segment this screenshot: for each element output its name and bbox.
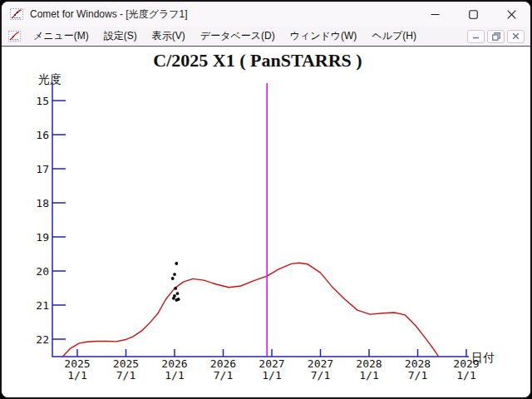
maximize-icon (469, 10, 478, 19)
x-tick-label: 20257/1 (113, 357, 139, 382)
mdi-restore-icon (492, 32, 500, 41)
y-axis-label: 光度 (38, 72, 62, 86)
mdi-close-button[interactable] (507, 30, 525, 43)
comet-lightcurve-icon[interactable] (10, 7, 23, 21)
y-tick-label: 21 (36, 299, 49, 312)
x-tick-label: 20267/1 (210, 357, 236, 382)
menu-item-window[interactable]: ウィンドウ(W) (283, 27, 365, 46)
observation-point (173, 273, 176, 276)
graph-client-area: C/2025 X1 ( PanSTARRS )光度日付1516171819202… (2, 47, 530, 397)
x-tick-label: 20261/1 (161, 357, 187, 382)
y-tick-label: 17 (36, 163, 49, 175)
maximize-button[interactable] (454, 2, 492, 27)
comet-lightcurve-icon[interactable] (8, 30, 21, 42)
x-tick-label: 20277/1 (308, 357, 333, 382)
menu-item-menu[interactable]: メニュー(M) (26, 27, 96, 46)
title-bar: Comet for Windows - [光度グラフ1] (2, 2, 530, 27)
mdi-restore-button[interactable] (487, 30, 505, 43)
close-button[interactable] (492, 2, 530, 27)
mdi-minimize-button[interactable] (467, 30, 485, 43)
y-tick-label: 19 (36, 231, 49, 244)
menu-item-help[interactable]: ヘルプ(H) (364, 27, 424, 46)
observation-point (171, 277, 175, 280)
observation-point (176, 292, 180, 295)
observation-point (177, 298, 180, 301)
chart-title: C/2025 X1 ( PanSTARRS ) (153, 50, 362, 71)
menu-bar: メニュー(M) 設定(S) 表示(V) データベース(D) ウィンドウ(W) ヘ… (2, 27, 530, 47)
minimize-button[interactable] (416, 2, 454, 27)
minimize-icon (431, 10, 440, 19)
mdi-close-icon (512, 32, 520, 40)
x-tick-label: 20291/1 (453, 357, 479, 382)
window-title: Comet for Windows - [光度グラフ1] (30, 7, 188, 22)
x-tick-label: 20271/1 (259, 357, 284, 382)
x-tick-label: 20251/1 (64, 357, 90, 382)
y-tick-label: 15 (36, 95, 49, 107)
mdi-window-controls (465, 30, 525, 43)
y-tick-label: 22 (36, 333, 49, 346)
predicted-magnitude-curve (62, 263, 438, 357)
observation-point (174, 287, 177, 290)
light-curve-chart: C/2025 X1 ( PanSTARRS )光度日付1516171819202… (2, 47, 530, 397)
y-tick-label: 16 (36, 129, 49, 141)
observation-point (173, 294, 176, 298)
y-tick-label: 18 (36, 197, 49, 209)
mdi-minimize-icon (472, 32, 480, 40)
app-window: Comet for Windows - [光度グラフ1] (0, 0, 532, 399)
x-tick-label: 20287/1 (405, 357, 431, 382)
menu-item-settings[interactable]: 設定(S) (96, 27, 145, 46)
observation-point (175, 262, 178, 265)
y-tick-label: 20 (36, 265, 49, 278)
x-tick-label: 20281/1 (356, 357, 382, 382)
menu-item-database[interactable]: データベース(D) (193, 27, 283, 46)
menu-item-view[interactable]: 表示(V) (145, 27, 193, 46)
close-icon (507, 10, 516, 19)
